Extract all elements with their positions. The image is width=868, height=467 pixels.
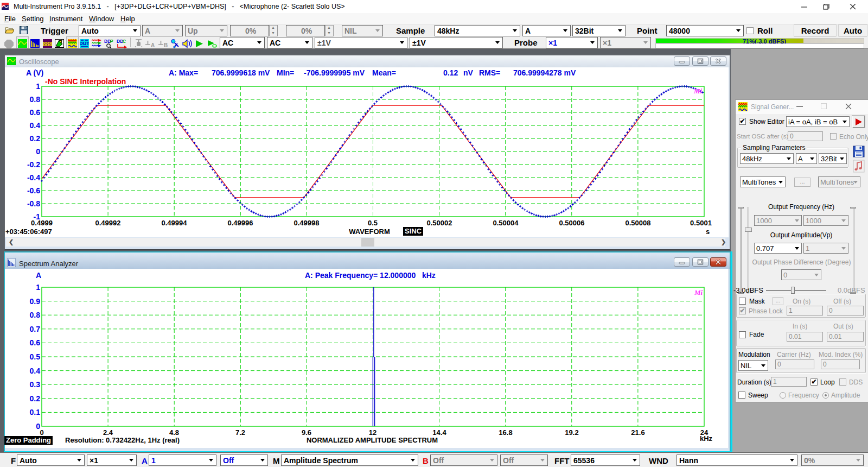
svg-text:Mi: Mi [694,288,703,296]
